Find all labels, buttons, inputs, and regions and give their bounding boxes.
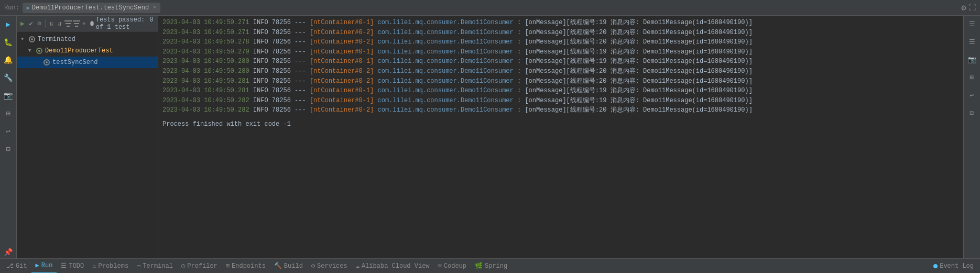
- event-dot: [933, 264, 938, 268]
- tab-label: Problems: [99, 263, 129, 270]
- svg-rect-0: [64, 20, 72, 21]
- back-sidebar-icon[interactable]: ↩: [2, 125, 15, 137]
- sort-asc-button[interactable]: ⇅: [48, 18, 55, 29]
- run-arrow-icon: ▶: [27, 5, 30, 11]
- log-line: 2023-04-03 10:49:50.280 INFO 78256 --- […: [162, 57, 959, 67]
- tab-label: Terminal: [143, 263, 173, 270]
- pin-sidebar-icon[interactable]: 📌: [2, 246, 15, 258]
- bottom-tab-terminal[interactable]: ▭Terminal: [133, 259, 177, 274]
- expand-arrow-class: ▼: [28, 48, 35, 53]
- tab-icon: ⚠: [92, 262, 96, 270]
- method-icon: [43, 59, 50, 66]
- tab-icon: ◷: [181, 262, 185, 270]
- log-area[interactable]: 2023-04-03 10:49:50.271 INFO 78256 --- […: [158, 16, 963, 258]
- right-icon-3[interactable]: 📷: [966, 53, 978, 66]
- tree-item-method[interactable]: testSyncSend: [17, 57, 158, 68]
- camera-sidebar-icon[interactable]: 📷: [2, 89, 15, 102]
- log-line: 2023-04-03 10:49:50.282 INFO 78256 --- […: [162, 105, 959, 115]
- svg-rect-5: [75, 26, 78, 27]
- tab-icon: ▭: [137, 262, 140, 270]
- bottom-tab-todo[interactable]: ☰TODO: [57, 259, 88, 274]
- bottom-tab-build[interactable]: 🔨Build: [270, 259, 307, 274]
- tools-sidebar-icon[interactable]: 🔧: [2, 71, 15, 84]
- bottom-tab-profiler[interactable]: ◷Profiler: [177, 259, 222, 274]
- class-label: Demo11ProducerTest: [45, 47, 113, 54]
- tab-label: Run: [41, 262, 53, 269]
- log-line: 2023-04-03 10:49:50.282 INFO 78256 --- […: [162, 96, 959, 106]
- filter-button[interactable]: [64, 18, 72, 29]
- log-line: 2023-04-03 10:49:50.278 INFO 78256 --- […: [162, 37, 959, 47]
- tab-label: Git: [16, 263, 27, 270]
- bottom-tab-spring[interactable]: 🌿Spring: [471, 259, 511, 274]
- terminated-icon: [28, 36, 36, 43]
- layout-sidebar-icon[interactable]: ⊟: [2, 143, 15, 155]
- tab-close-icon[interactable]: ×: [153, 5, 156, 10]
- class-icon: [36, 47, 43, 54]
- right-icon-1[interactable]: ☰: [966, 18, 978, 30]
- run-sidebar-icon[interactable]: ▶: [2, 18, 15, 30]
- tab-label: Build: [284, 263, 303, 270]
- sort-desc-button[interactable]: ⇵: [56, 18, 63, 29]
- stop-button[interactable]: ⊘: [36, 18, 43, 29]
- check-button[interactable]: ✔: [27, 18, 35, 29]
- test-status-dot: [90, 21, 94, 26]
- bottom-tab-run[interactable]: ▶Run: [31, 259, 57, 274]
- settings-icon[interactable]: ⚙: [961, 3, 966, 13]
- tree-item-class[interactable]: ▼ Demo11ProducerTest: [17, 45, 158, 57]
- deploy-sidebar-icon[interactable]: ⊞: [2, 107, 15, 119]
- left-sidebar: ▶ 🐛 🔔 🔧 📷 ⊞ ↩ ⊟ 📌: [0, 16, 17, 258]
- bottom-tab-endpoints[interactable]: ⊞Endpoints: [222, 259, 270, 274]
- event-log-button[interactable]: Event Log: [929, 263, 978, 270]
- expand-icon[interactable]: ⛶: [968, 4, 976, 12]
- tab-label: Alibaba Cloud View: [362, 263, 430, 270]
- right-sidebar: ☰ ☰ 📷 ⊞ ↩ ⊟: [963, 16, 980, 258]
- tab-label: Profiler: [187, 263, 217, 270]
- run-tab[interactable]: ▶ Demo11ProducerTest.testSyncSend ×: [23, 3, 160, 13]
- tab-icon: ⎇: [6, 262, 14, 270]
- tab-label: TODO: [69, 263, 84, 270]
- tab-icon: 🌿: [475, 262, 483, 270]
- notification-sidebar-icon[interactable]: 🔔: [2, 53, 15, 66]
- run-label: Run:: [4, 4, 19, 12]
- bottom-tab-codeup[interactable]: ⌨Codeup: [434, 259, 471, 274]
- tab-icon: ⊞: [226, 262, 230, 270]
- tab-label: Endpoints: [232, 263, 266, 270]
- bottom-bar: ⎇Git▶Run☰TODO⚠Problems▭Terminal◷Profiler…: [0, 258, 980, 273]
- svg-rect-4: [74, 23, 79, 24]
- event-log-label: Event Log: [940, 263, 974, 270]
- tab-icon: ☁: [356, 262, 360, 270]
- run-panel: ▶ ✔ ⊘ ⇅ ⇵ » Tests passed: 0 of 1 test: [17, 16, 963, 258]
- test-toolbar: ▶ ✔ ⊘ ⇅ ⇵ » Tests passed: 0 of 1 test: [17, 16, 158, 31]
- tab-icon: ☰: [61, 262, 67, 270]
- tab-icon: 🔨: [274, 262, 282, 270]
- run-button[interactable]: ▶: [19, 18, 26, 29]
- right-icon-6[interactable]: ⊟: [966, 107, 978, 119]
- log-line: 2023-04-03 10:49:50.281 INFO 78256 --- […: [162, 77, 959, 86]
- more-options-button[interactable]: »: [82, 20, 86, 27]
- bottom-tab-services[interactable]: ⚙Services: [307, 259, 352, 274]
- svg-rect-2: [67, 26, 70, 27]
- debug-sidebar-icon[interactable]: 🐛: [2, 36, 15, 48]
- right-icon-5[interactable]: ↩: [966, 89, 978, 102]
- log-line: 2023-04-03 10:49:50.281 INFO 78256 --- […: [162, 86, 959, 96]
- test-status: Tests passed: 0 of 1 test: [90, 16, 156, 31]
- tree-item-terminated[interactable]: ▼ Terminated: [17, 34, 158, 45]
- log-line: 2023-04-03 10:49:50.279 INFO 78256 --- […: [162, 47, 959, 57]
- title-bar: Run: ▶ Demo11ProducerTest.testSyncSend ×…: [0, 0, 980, 16]
- tab-icon: ⚙: [311, 262, 315, 270]
- bottom-tab-git[interactable]: ⎇Git: [2, 259, 31, 274]
- tab-name: Demo11ProducerTest.testSyncSend: [32, 4, 149, 12]
- tab-icon: ▶: [36, 261, 39, 269]
- right-icon-4[interactable]: ⊞: [966, 71, 978, 84]
- terminated-label: Terminated: [38, 36, 75, 43]
- bottom-tab-problems[interactable]: ⚠Problems: [88, 259, 133, 274]
- right-icon-2[interactable]: ☰: [966, 36, 978, 48]
- test-tree-panel: ▶ ✔ ⊘ ⇅ ⇵ » Tests passed: 0 of 1 test: [17, 16, 158, 258]
- main-area: ▶ 🐛 🔔 🔧 📷 ⊞ ↩ ⊟ 📌 ▶ ✔ ⊘ ⇅ ⇵: [0, 16, 980, 258]
- bottom-tab-alibaba-cloud-view[interactable]: ☁Alibaba Cloud View: [352, 259, 434, 274]
- filter2-button[interactable]: [73, 18, 80, 29]
- tab-icon: ⌨: [438, 262, 442, 270]
- tree-content: ▼ Terminated ▼ Demo11ProducerTest: [17, 31, 158, 258]
- finish-message: Process finished with exit code -1: [162, 119, 959, 129]
- log-line: 2023-04-03 10:49:50.280 INFO 78256 --- […: [162, 67, 959, 77]
